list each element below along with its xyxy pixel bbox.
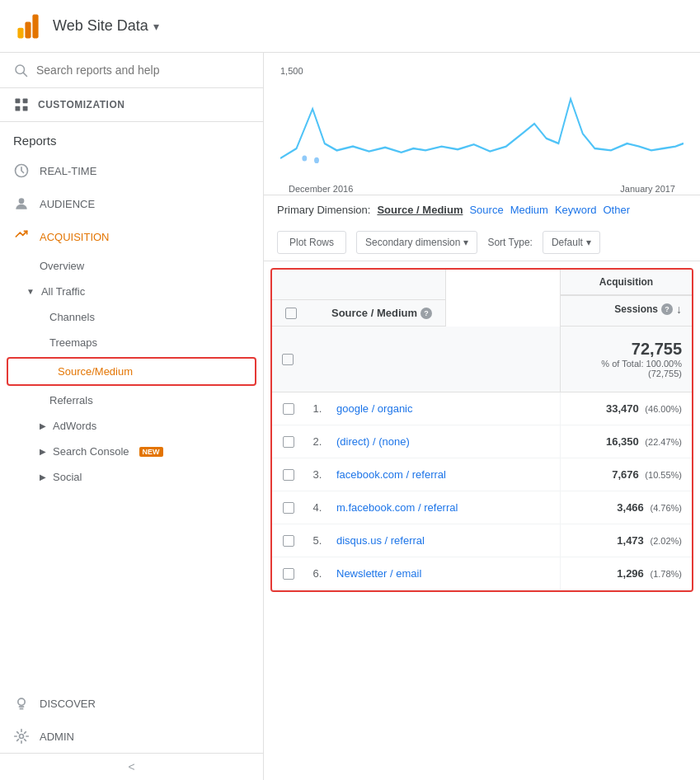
row-6-pct: (1.78%) bbox=[650, 569, 682, 579]
sidebar-subitem-all-traffic[interactable]: ▼ All Traffic bbox=[0, 279, 263, 304]
sidebar-subitem-treemaps[interactable]: Treemaps bbox=[0, 330, 263, 355]
sort-arrow-icon[interactable]: ↓ bbox=[676, 303, 682, 316]
table-corner: Source / Medium ? bbox=[272, 270, 446, 327]
row-3-checkbox[interactable] bbox=[283, 469, 294, 481]
sidebar-item-discover[interactable]: DISCOVER bbox=[0, 687, 263, 720]
secondary-dim-dropdown-icon: ▾ bbox=[463, 237, 468, 248]
svg-rect-2 bbox=[32, 14, 38, 38]
source-medium-col-label: Source / Medium bbox=[331, 307, 417, 319]
row-3-pct: (10.55%) bbox=[645, 470, 682, 480]
plot-rows-button[interactable]: Plot Rows bbox=[277, 231, 346, 254]
row-5-source-link[interactable]: disqus.us / referral bbox=[336, 534, 425, 547]
row-1-sessions: 33,470 (46.00%) bbox=[560, 392, 692, 425]
site-title[interactable]: Web Site Data ▾ bbox=[53, 17, 159, 35]
row-1-checkbox[interactable] bbox=[283, 403, 294, 415]
sidebar-subitem-adwords[interactable]: ▶ AdWords bbox=[0, 413, 263, 439]
search-bar bbox=[0, 53, 263, 88]
row-4-source: m.facebook.com / referral bbox=[330, 491, 560, 524]
sidebar-subitem-referrals[interactable]: Referrals bbox=[0, 388, 263, 413]
sidebar-item-admin[interactable]: ADMIN bbox=[0, 720, 263, 753]
acquisition-header: Acquisition bbox=[561, 270, 692, 295]
svg-point-10 bbox=[19, 198, 25, 204]
table-select-all-checkbox[interactable] bbox=[285, 308, 297, 319]
row-4-source-link[interactable]: m.facebook.com / referral bbox=[336, 501, 458, 514]
chart-svg bbox=[280, 79, 684, 178]
sidebar-subitem-overview[interactable]: Overview bbox=[0, 253, 263, 279]
site-dropdown-arrow-icon[interactable]: ▾ bbox=[153, 20, 159, 33]
sidebar-item-acquisition[interactable]: ACQUISITION bbox=[0, 220, 263, 253]
row-2-pct: (22.47%) bbox=[645, 437, 682, 447]
sidebar-subitem-search-console[interactable]: ▶ Search Console NEW bbox=[0, 439, 263, 464]
dim-medium[interactable]: Medium bbox=[510, 204, 548, 216]
sessions-help-icon[interactable]: ? bbox=[661, 303, 673, 315]
chart-x-label-jan: January 2017 bbox=[620, 184, 675, 194]
chart-section: 1,500 December 2016 January 2017 bbox=[264, 53, 700, 195]
sidebar-subitem-source-medium-box: Source/Medium bbox=[7, 357, 256, 386]
row-6-sessions: 1,296 (1.78%) bbox=[560, 557, 692, 590]
content-area: 1,500 December 2016 January 2017 Primary… bbox=[264, 53, 700, 780]
row-3-num: 3. bbox=[305, 458, 330, 491]
row-4-sessions-value: 3,466 bbox=[617, 501, 644, 514]
row-5-source: disqus.us / referral bbox=[330, 524, 560, 557]
source-medium-help-icon[interactable]: ? bbox=[420, 308, 432, 319]
table-row: 2. (direct) / (none) 16,350 (22.47%) bbox=[272, 425, 692, 458]
sidebar: CUSTOMIZATION Reports REAL-TIME AUDIENCE bbox=[0, 53, 264, 780]
table-row: 1. google / organic 33,470 (46.00%) bbox=[272, 392, 692, 425]
row-1-num: 1. bbox=[305, 392, 330, 425]
row-6-source: Newsletter / email bbox=[330, 557, 560, 590]
customization-label: CUSTOMIZATION bbox=[38, 99, 124, 110]
row-4-checkbox[interactable] bbox=[283, 502, 294, 514]
sidebar-item-audience[interactable]: AUDIENCE bbox=[0, 187, 263, 220]
svg-point-13 bbox=[302, 155, 307, 161]
realtime-label: REAL-TIME bbox=[40, 165, 96, 177]
discover-label: DISCOVER bbox=[40, 698, 96, 710]
table-toolbar: Plot Rows Secondary dimension ▾ Sort Typ… bbox=[264, 224, 700, 261]
sidebar-subitem-channels[interactable]: Channels bbox=[0, 304, 263, 330]
header: Web Site Data ▾ bbox=[0, 0, 700, 53]
chart-x-label-dec: December 2016 bbox=[289, 184, 353, 194]
main-layout: CUSTOMIZATION Reports REAL-TIME AUDIENCE bbox=[0, 53, 700, 780]
row-6-source-link[interactable]: Newsletter / email bbox=[336, 567, 421, 580]
row-3-source-link[interactable]: facebook.com / referral bbox=[336, 468, 446, 481]
svg-rect-1 bbox=[25, 21, 31, 38]
source-medium-header: Source / Medium ? bbox=[272, 299, 445, 326]
sidebar-subitem-source-medium[interactable]: Source/Medium bbox=[8, 359, 255, 384]
sidebar-item-realtime[interactable]: REAL-TIME bbox=[0, 154, 263, 187]
data-table: Source / Medium ? Acquisition Sessions ?… bbox=[270, 268, 693, 592]
secondary-dimension-select[interactable]: Secondary dimension ▾ bbox=[356, 231, 477, 254]
dim-source[interactable]: Source bbox=[469, 204, 503, 216]
sort-default-select[interactable]: Default ▾ bbox=[543, 231, 600, 254]
table-row: 4. m.facebook.com / referral 3,466 (4.76… bbox=[272, 491, 692, 524]
row-2-sessions-value: 16,350 bbox=[606, 435, 639, 448]
row-5-sessions-value: 1,473 bbox=[617, 534, 644, 547]
table-row: 6. Newsletter / email 1,296 (1.78%) bbox=[272, 557, 692, 590]
row-3-sessions: 7,676 (10.55%) bbox=[560, 458, 692, 491]
row-2-source: (direct) / (none) bbox=[330, 425, 560, 458]
admin-label: ADMIN bbox=[40, 731, 74, 743]
row-5-checkbox[interactable] bbox=[283, 535, 294, 547]
chart-x-labels: December 2016 January 2017 bbox=[280, 184, 684, 194]
svg-point-12 bbox=[20, 735, 24, 739]
dim-other[interactable]: Other bbox=[603, 204, 630, 216]
dim-keyword[interactable]: Keyword bbox=[555, 204, 597, 216]
sidebar-collapse-button[interactable]: < bbox=[0, 753, 263, 780]
row-3-source: facebook.com / referral bbox=[330, 458, 560, 491]
svg-rect-7 bbox=[16, 106, 21, 111]
search-icon bbox=[13, 63, 28, 78]
table-col-headers: Source / Medium ? Acquisition Sessions ?… bbox=[272, 270, 692, 327]
sidebar-subitem-social[interactable]: ▶ Social bbox=[0, 464, 263, 490]
row-1-source-link[interactable]: google / organic bbox=[336, 402, 413, 415]
row-2-checkbox[interactable] bbox=[283, 436, 294, 448]
row-6-checkbox[interactable] bbox=[283, 568, 294, 580]
dim-source-medium[interactable]: Source / Medium bbox=[377, 204, 463, 216]
new-badge: NEW bbox=[139, 447, 163, 457]
table-row: 3. facebook.com / referral 7,676 (10.55%… bbox=[272, 458, 692, 491]
search-input[interactable] bbox=[36, 63, 250, 77]
search-console-expand-icon: ▶ bbox=[40, 447, 46, 456]
total-row-checkbox[interactable] bbox=[282, 354, 294, 365]
customization-section[interactable]: CUSTOMIZATION bbox=[0, 88, 263, 122]
total-pct-value: (72,755) bbox=[648, 369, 682, 378]
sessions-col-label: Sessions ? ↓ bbox=[614, 303, 682, 316]
svg-point-11 bbox=[18, 698, 25, 705]
row-2-source-link[interactable]: (direct) / (none) bbox=[336, 435, 410, 448]
